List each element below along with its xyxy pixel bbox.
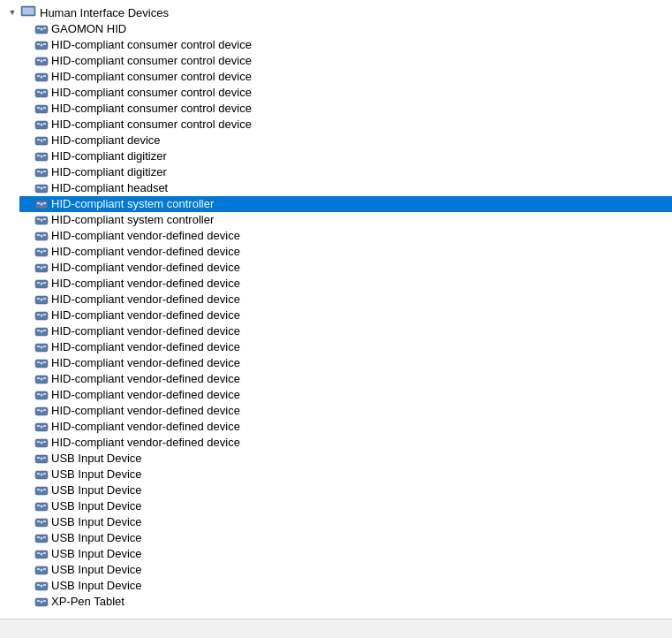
node-label: HID-compliant vendor-defined device	[51, 403, 240, 419]
tree-node[interactable]: HID-compliant vendor-defined device	[19, 435, 672, 451]
node-label: USB Input Device	[51, 514, 142, 530]
svg-rect-123	[37, 505, 40, 506]
tree-node[interactable]: HID-compliant consumer control device	[19, 101, 672, 117]
svg-rect-132	[43, 536, 46, 538]
node-label: HID-compliant consumer control device	[51, 69, 252, 85]
expand-toggle[interactable]: ▼	[5, 5, 19, 19]
svg-rect-19	[37, 91, 40, 93]
tree-node[interactable]: USB Input Device	[19, 562, 672, 578]
svg-rect-92	[43, 377, 46, 379]
svg-point-57	[41, 235, 43, 238]
svg-point-77	[41, 315, 43, 317]
svg-rect-43	[37, 186, 40, 188]
svg-rect-51	[37, 218, 40, 220]
svg-rect-88	[43, 361, 46, 363]
tree-node[interactable]: HID-compliant vendor-defined device	[19, 260, 672, 276]
hid-device-icon	[34, 181, 49, 195]
node-label: HID-compliant consumer control device	[51, 37, 252, 53]
svg-rect-71	[37, 298, 40, 300]
hid-device-icon	[34, 595, 49, 609]
tree-node[interactable]: HID-compliant digitizer	[19, 148, 672, 164]
svg-rect-116	[43, 473, 46, 475]
tree-node[interactable]: GAOMON HID	[19, 21, 672, 37]
node-label: USB Input Device	[51, 482, 142, 498]
node-label: HID-compliant system controller	[51, 212, 214, 228]
tree-node[interactable]: HID-compliant vendor-defined device	[19, 371, 672, 387]
node-label: GAOMON HID	[51, 21, 126, 37]
svg-rect-124	[43, 505, 46, 506]
hid-device-icon	[34, 245, 49, 259]
tree-node[interactable]: HID-compliant consumer control device	[19, 117, 672, 133]
tree-node[interactable]: HID-compliant consumer control device	[19, 69, 672, 85]
svg-rect-56	[43, 234, 46, 236]
node-label: HID-compliant vendor-defined device	[51, 244, 240, 260]
hid-device-icon	[34, 102, 49, 116]
tree-node[interactable]: HID-compliant consumer control device	[19, 37, 672, 53]
svg-point-9	[41, 44, 43, 47]
tree-node[interactable]: HID-compliant vendor-defined device	[19, 355, 672, 371]
svg-rect-80	[43, 330, 46, 331]
tree-node[interactable]: HID-compliant vendor-defined device	[19, 339, 672, 355]
svg-rect-127	[37, 520, 40, 522]
svg-rect-55	[37, 234, 40, 236]
tree-node[interactable]: USB Input Device	[19, 451, 672, 467]
tree-node[interactable]: HID-compliant vendor-defined device	[19, 419, 672, 435]
svg-rect-120	[43, 489, 46, 490]
hid-device-icon	[34, 261, 49, 275]
svg-point-149	[41, 601, 43, 604]
hid-device-icon	[34, 563, 49, 577]
tree-root-node[interactable]: ▼Human Interface Devices	[4, 4, 672, 21]
svg-rect-24	[43, 107, 46, 109]
tree-node[interactable]: HID-compliant vendor-defined device	[19, 387, 672, 403]
node-label: HID-compliant vendor-defined device	[51, 435, 240, 451]
svg-rect-16	[43, 75, 46, 77]
svg-rect-64	[43, 266, 46, 268]
tree-node[interactable]: USB Input Device	[19, 578, 672, 594]
tree-node[interactable]: HID-compliant vendor-defined device	[19, 228, 672, 244]
svg-rect-32	[43, 139, 46, 141]
svg-rect-75	[37, 314, 40, 315]
tree-node[interactable]: HID-compliant system controller	[19, 212, 672, 228]
tree-node[interactable]: HID-compliant vendor-defined device	[19, 308, 672, 323]
svg-rect-72	[43, 298, 46, 300]
tree-node[interactable]: HID-compliant vendor-defined device	[19, 323, 672, 339]
node-label: HID-compliant vendor-defined device	[51, 339, 240, 355]
tree-node[interactable]: USB Input Device	[19, 467, 672, 482]
tree-node[interactable]: HID-compliant consumer control device	[19, 85, 672, 101]
tree-node[interactable]: HID-compliant vendor-defined device	[19, 276, 672, 292]
tree-node[interactable]: USB Input Device	[19, 498, 672, 514]
tree-node[interactable]: USB Input Device	[19, 530, 672, 546]
hid-device-icon	[34, 197, 49, 211]
hid-device-icon	[34, 54, 49, 68]
svg-rect-76	[43, 314, 46, 315]
svg-rect-23	[37, 107, 40, 109]
svg-rect-111	[37, 457, 40, 459]
node-label: USB Input Device	[51, 451, 142, 467]
tree-node[interactable]: HID-compliant vendor-defined device	[19, 403, 672, 419]
tree-node[interactable]: USB Input Device	[19, 482, 672, 498]
node-label: HID-compliant vendor-defined device	[51, 355, 240, 371]
tree-node[interactable]: HID-compliant device	[19, 133, 672, 148]
svg-rect-11	[37, 59, 40, 61]
node-label: USB Input Device	[51, 578, 142, 594]
tree-node[interactable]: HID-compliant system controller	[19, 196, 672, 212]
tree-node[interactable]: HID-compliant vendor-defined device	[19, 244, 672, 260]
svg-point-133	[41, 537, 43, 540]
node-label: USB Input Device	[51, 546, 142, 562]
node-label: HID-compliant device	[51, 133, 161, 148]
svg-rect-84	[43, 346, 46, 347]
node-label: HID-compliant vendor-defined device	[51, 387, 240, 403]
tree-node[interactable]: HID-compliant consumer control device	[19, 53, 672, 69]
tree-node[interactable]: USB Input Device	[19, 546, 672, 562]
hid-device-icon	[34, 404, 49, 418]
svg-point-113	[41, 458, 43, 460]
svg-point-141	[41, 569, 43, 572]
tree-node[interactable]: XP-Pen Tablet	[19, 594, 672, 610]
device-tree[interactable]: ▼Human Interface DevicesGAOMON HIDHID-co…	[0, 0, 672, 619]
svg-point-97	[41, 394, 43, 397]
tree-node[interactable]: USB Input Device	[19, 514, 672, 530]
tree-node[interactable]: HID-compliant headset	[19, 180, 672, 196]
svg-rect-139	[37, 568, 40, 570]
tree-node[interactable]: HID-compliant digitizer	[19, 164, 672, 180]
tree-node[interactable]: HID-compliant vendor-defined device	[19, 292, 672, 308]
